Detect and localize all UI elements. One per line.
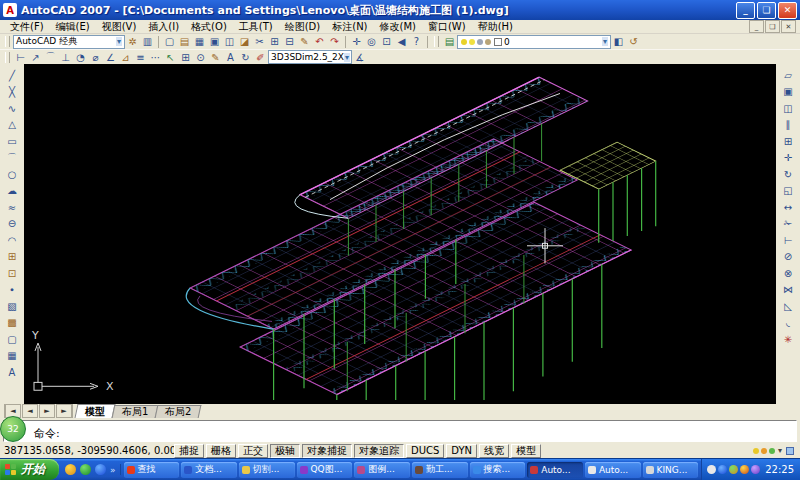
layer-previous-icon[interactable]: ↺ — [626, 35, 641, 48]
save-workspace-icon[interactable]: ▥ — [140, 35, 155, 48]
chevron-down-icon[interactable]: ▾ — [116, 37, 122, 46]
task-qq-find[interactable]: 查找 — [124, 462, 180, 478]
break-at-point-icon[interactable]: ⊘ — [779, 249, 797, 266]
task-qingong[interactable]: 勤工... — [412, 462, 468, 478]
tab-nav-next[interactable]: ► — [39, 404, 55, 418]
cut-icon[interactable]: ✂ — [252, 35, 267, 48]
menu-dimension[interactable]: 标注(N) — [326, 20, 373, 34]
plot-preview-icon[interactable]: ◫ — [222, 35, 237, 48]
layer-color-swatch[interactable] — [494, 38, 502, 46]
start-button[interactable]: 开始 — [0, 459, 59, 480]
match-properties-icon[interactable]: ✎ — [297, 35, 312, 48]
lock-icon[interactable] — [761, 448, 767, 454]
zoom-window-icon[interactable]: ⊡ — [379, 35, 394, 48]
undo-icon[interactable]: ↶ — [312, 35, 327, 48]
tray-icon-1[interactable] — [707, 465, 716, 474]
update-icon[interactable] — [769, 448, 775, 454]
task-autocad-2[interactable]: Auto... — [585, 462, 641, 478]
clean-screen-icon[interactable] — [786, 447, 794, 455]
layer-combobox[interactable]: 0 ▾ — [457, 35, 611, 49]
polygon-icon[interactable]: △ — [3, 117, 21, 134]
menu-modify[interactable]: 修改(M) — [374, 20, 422, 34]
erase-icon[interactable]: ▱ — [779, 67, 797, 84]
join-icon[interactable]: ⋈ — [779, 282, 797, 299]
dim-angular-extra-icon[interactable]: ∡ — [352, 51, 367, 64]
dyn-toggle[interactable]: DYN — [446, 444, 477, 458]
tray-msn-icon[interactable] — [718, 465, 727, 474]
ordinate-dimension-icon[interactable]: ⊥ — [58, 51, 73, 64]
linear-dimension-icon[interactable]: ⊢ — [13, 51, 28, 64]
menu-view[interactable]: 视图(V) — [96, 20, 143, 34]
multiline-text-icon[interactable]: A — [3, 364, 21, 381]
revision-cloud-icon[interactable]: ☁ — [3, 183, 21, 200]
layer-freeze-sun-icon[interactable] — [469, 39, 475, 45]
zoom-realtime-icon[interactable]: ◎ — [364, 35, 379, 48]
drawing-canvas[interactable]: Y X — [24, 64, 776, 404]
dimension-text-edit-icon[interactable]: A — [223, 51, 238, 64]
make-block-icon[interactable]: ⊡ — [3, 265, 21, 282]
ellipse-arc-icon[interactable]: ◠ — [3, 232, 21, 249]
paste-icon[interactable]: ⊟ — [282, 35, 297, 48]
layer-plot-icon[interactable] — [485, 39, 491, 45]
stretch-icon[interactable]: ↔ — [779, 199, 797, 216]
tray-icon-2[interactable] — [729, 465, 738, 474]
fillet-icon[interactable]: ◟ — [779, 315, 797, 332]
tab-layout1[interactable]: 布局1 — [112, 405, 159, 418]
tab-layout2[interactable]: 布局2 — [155, 405, 202, 418]
radius-dimension-icon[interactable]: ◔ — [73, 51, 88, 64]
table-icon[interactable]: ▦ — [3, 348, 21, 365]
continue-dimension-icon[interactable]: ⋯ — [148, 51, 163, 64]
dimension-edit-icon[interactable]: ✎ — [208, 51, 223, 64]
task-king[interactable]: KING... — [643, 462, 699, 478]
chamfer-icon[interactable]: ◺ — [779, 298, 797, 315]
mdi-close-button[interactable]: ✕ — [781, 20, 796, 33]
aligned-dimension-icon[interactable]: ↗ — [28, 51, 43, 64]
publish-icon[interactable]: ◪ — [237, 35, 252, 48]
task-qq-image[interactable]: QQ图... — [297, 462, 353, 478]
lineweight-toggle[interactable]: 线宽 — [479, 444, 509, 458]
tray-arrow-icon[interactable]: ▾ — [778, 446, 782, 455]
save-file-icon[interactable]: ▦ — [192, 35, 207, 48]
polar-toggle[interactable]: 极轴 — [270, 444, 300, 458]
polyline-icon[interactable]: ∿ — [3, 100, 21, 117]
quick-launch-chevron-icon[interactable]: » — [110, 465, 116, 475]
offset-icon[interactable]: ∥ — [779, 117, 797, 134]
restore-button[interactable]: ❏ — [757, 2, 776, 19]
zoom-previous-icon[interactable]: ◀ — [394, 35, 409, 48]
menu-format[interactable]: 格式(O) — [185, 20, 233, 34]
quick-dimension-icon[interactable]: ⊿ — [118, 51, 133, 64]
explode-icon[interactable]: ✳ — [779, 331, 797, 348]
workspace-settings-icon[interactable]: ✲ — [125, 35, 140, 48]
menu-insert[interactable]: 插入(I) — [142, 20, 185, 34]
array-icon[interactable]: ⊞ — [779, 133, 797, 150]
copy-clip-icon[interactable]: ⊞ — [267, 35, 282, 48]
toolbar-grip[interactable] — [434, 36, 439, 47]
menu-help[interactable]: 帮助(H) — [472, 20, 519, 34]
hatch-icon[interactable]: ▧ — [3, 298, 21, 315]
construction-line-icon[interactable]: ╳ — [3, 84, 21, 101]
close-button[interactable]: ✕ — [778, 2, 797, 19]
task-autocad-active[interactable]: Auto... — [527, 462, 583, 478]
rotate-icon[interactable]: ↻ — [779, 166, 797, 183]
tab-model[interactable]: 模型 — [75, 404, 116, 418]
gradient-icon[interactable]: ▩ — [3, 315, 21, 332]
diameter-dimension-icon[interactable]: ⌀ — [88, 51, 103, 64]
tab-nav-prev[interactable]: ◄ — [22, 404, 38, 418]
command-input[interactable]: 命令: — [3, 420, 797, 442]
plot-icon[interactable]: ▣ — [207, 35, 222, 48]
spline-icon[interactable]: ≈ — [3, 199, 21, 216]
dimension-style-icon[interactable]: ✐ — [253, 51, 268, 64]
tolerance-icon[interactable]: ⊞ — [178, 51, 193, 64]
baseline-dimension-icon[interactable]: ≡ — [133, 51, 148, 64]
minimize-button[interactable]: _ — [736, 2, 755, 19]
copy-icon[interactable]: ▣ — [779, 84, 797, 101]
quick-launch-icon-2[interactable] — [80, 464, 91, 475]
toolbar-grip[interactable] — [5, 36, 10, 47]
help-icon[interactable]: ? — [409, 35, 424, 48]
tray-icon-3[interactable] — [751, 465, 760, 474]
ortho-toggle[interactable]: 正交 — [238, 444, 268, 458]
osnap-toggle[interactable]: 对象捕捉 — [302, 444, 352, 458]
make-object-layer-current-icon[interactable]: ◧ — [611, 35, 626, 48]
tab-nav-last[interactable]: ► — [56, 404, 73, 418]
chevron-down-icon[interactable]: ▾ — [344, 53, 350, 62]
